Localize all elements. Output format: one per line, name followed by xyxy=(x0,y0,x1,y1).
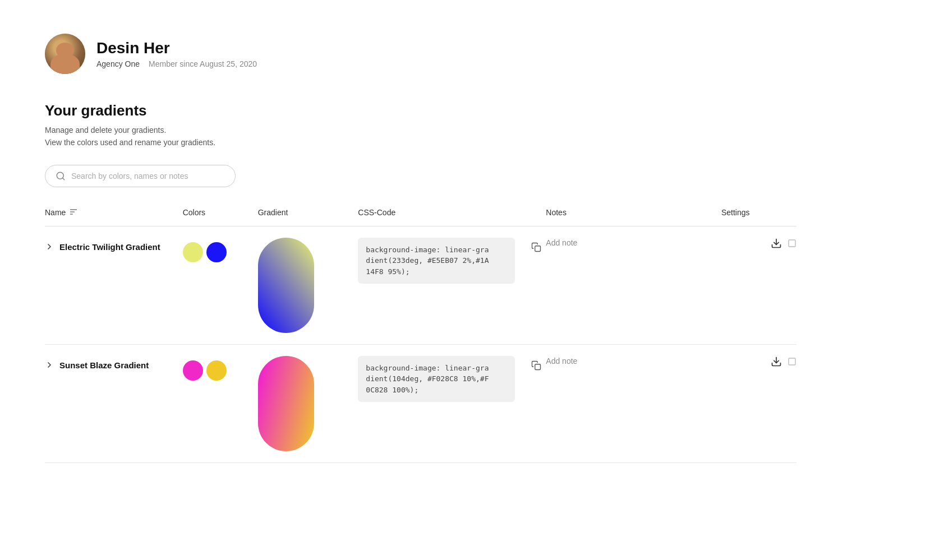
settings-cell xyxy=(721,344,797,462)
th-csscode: CSS-Code xyxy=(358,207,546,226)
settings-cell xyxy=(721,226,797,344)
color-swatch xyxy=(206,360,227,381)
table-row: Sunset Blaze Gradient background-i xyxy=(45,344,797,462)
color-swatch xyxy=(206,242,227,262)
download-button[interactable] xyxy=(771,238,782,251)
search-icon xyxy=(56,171,66,181)
svg-rect-10 xyxy=(789,358,795,365)
copy-button[interactable] xyxy=(531,360,541,372)
delete-button[interactable] xyxy=(788,239,797,249)
colors-cell xyxy=(183,344,258,462)
page-description-line2: View the colors used and rename your gra… xyxy=(45,136,797,149)
profile-member-since: Member since August 25, 2020 xyxy=(149,59,257,68)
search-box[interactable] xyxy=(45,165,236,187)
profile-agency: Agency One xyxy=(96,59,140,68)
name-cell: Sunset Blaze Gradient xyxy=(45,344,183,462)
color-swatch xyxy=(183,242,203,262)
chevron-right-icon[interactable] xyxy=(45,242,54,251)
th-notes: Notes xyxy=(546,207,721,226)
notes-cell: Add note xyxy=(546,226,721,344)
name-cell: Electric Twilight Gradient xyxy=(45,226,183,344)
th-colors: Colors xyxy=(183,207,258,226)
notes-cell: Add note xyxy=(546,344,721,462)
svg-rect-5 xyxy=(535,246,541,252)
profile-section: Desin Her Agency One Member since August… xyxy=(45,34,797,74)
page-description-line1: Manage and delete your gradients. xyxy=(45,124,797,136)
add-note-button[interactable]: Add note xyxy=(546,357,577,365)
color-swatch xyxy=(183,360,203,381)
delete-button[interactable] xyxy=(788,357,797,368)
gradient-preview xyxy=(258,356,314,451)
svg-rect-8 xyxy=(535,364,541,370)
th-gradient: Gradient xyxy=(258,207,358,226)
profile-meta: Agency One Member since August 25, 2020 xyxy=(96,59,257,68)
table-header: Name Colors Gradient CSS-Code Notes xyxy=(45,207,797,226)
gradient-cell xyxy=(258,344,358,462)
search-input[interactable] xyxy=(71,172,225,181)
gradients-table: Name Colors Gradient CSS-Code Notes xyxy=(45,207,797,463)
css-code-box: background-image: linear-gradient(104deg… xyxy=(358,356,515,402)
sort-icon[interactable] xyxy=(69,207,78,218)
profile-name: Desin Her xyxy=(96,39,257,57)
css-code-cell: background-image: linear-gradient(233deg… xyxy=(358,226,546,344)
svg-rect-7 xyxy=(789,240,795,247)
gradient-preview xyxy=(258,238,314,333)
th-settings: Settings xyxy=(721,207,797,226)
avatar xyxy=(45,34,85,74)
profile-info: Desin Her Agency One Member since August… xyxy=(96,39,257,68)
page-title-section: Your gradients Manage and delete your gr… xyxy=(45,102,797,149)
colors-cell xyxy=(183,226,258,344)
chevron-right-icon[interactable] xyxy=(45,360,54,369)
svg-line-1 xyxy=(62,178,64,179)
css-code-box: background-image: linear-gradient(233deg… xyxy=(358,238,515,284)
gradients-tbody: Electric Twilight Gradient backgro xyxy=(45,226,797,462)
gradient-cell xyxy=(258,226,358,344)
table-row: Electric Twilight Gradient backgro xyxy=(45,226,797,344)
download-button[interactable] xyxy=(771,356,782,369)
page-title: Your gradients xyxy=(45,102,797,119)
css-code-cell: background-image: linear-gradient(104deg… xyxy=(358,344,546,462)
add-note-button[interactable]: Add note xyxy=(546,238,577,247)
th-name: Name xyxy=(45,207,183,226)
gradient-name: Sunset Blaze Gradient xyxy=(59,360,149,370)
search-wrapper xyxy=(45,165,797,187)
gradient-name: Electric Twilight Gradient xyxy=(59,242,160,252)
copy-button[interactable] xyxy=(531,242,541,253)
